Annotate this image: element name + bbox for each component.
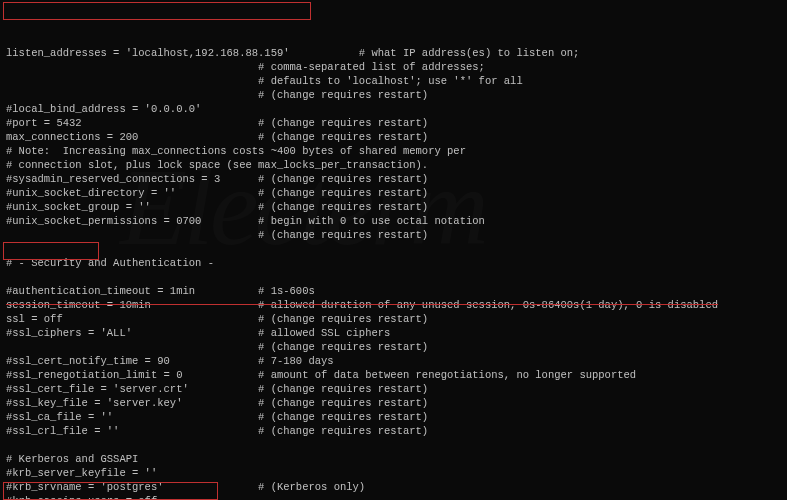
config-line[interactable]: #sysadmin_reserved_connections = 3 # (ch… (6, 172, 781, 186)
config-line[interactable]: #ssl_renegotiation_limit = 0 # amount of… (6, 368, 781, 382)
terminal-viewport[interactable]: Electerm listen_addresses = 'localhost,1… (0, 0, 787, 500)
config-line[interactable] (6, 242, 781, 256)
config-line[interactable]: # comma-separated list of addresses; (6, 60, 781, 74)
config-line[interactable]: #unix_socket_group = '' # (change requir… (6, 200, 781, 214)
config-line[interactable]: # (change requires restart) (6, 228, 781, 242)
config-line[interactable]: # defaults to 'localhost'; use '*' for a… (6, 74, 781, 88)
config-line[interactable]: #ssl_key_file = 'server.key' # (change r… (6, 396, 781, 410)
config-line[interactable]: #ssl_ciphers = 'ALL' # allowed SSL ciphe… (6, 326, 781, 340)
config-line[interactable]: # Kerberos and GSSAPI (6, 452, 781, 466)
config-line[interactable]: #ssl_cert_file = 'server.crt' # (change … (6, 382, 781, 396)
config-line[interactable]: # connection slot, plus lock space (see … (6, 158, 781, 172)
config-line[interactable]: #unix_socket_directory = '' # (change re… (6, 186, 781, 200)
config-line[interactable]: #krb_caseins_users = off (6, 494, 781, 500)
config-line[interactable]: session_timeout = 10min # allowed durati… (6, 298, 781, 312)
config-line[interactable]: # - Security and Authentication - (6, 256, 781, 270)
config-line[interactable]: #krb_server_keyfile = '' (6, 466, 781, 480)
highlight-box-listen-addresses (3, 2, 311, 20)
config-line[interactable]: max_connections = 200 # (change requires… (6, 130, 781, 144)
config-line[interactable]: #krb_srvname = 'postgres' # (Kerberos on… (6, 480, 781, 494)
config-line[interactable]: ssl = off # (change requires restart) (6, 312, 781, 326)
config-line[interactable] (6, 438, 781, 452)
config-line[interactable]: # (change requires restart) (6, 340, 781, 354)
config-line[interactable]: #authentication_timeout = 1min # 1s-600s (6, 284, 781, 298)
config-line[interactable]: #ssl_crl_file = '' # (change requires re… (6, 424, 781, 438)
config-line[interactable]: #port = 5432 # (change requires restart) (6, 116, 781, 130)
config-text-area[interactable]: listen_addresses = 'localhost,192.168.88… (6, 46, 781, 500)
config-line[interactable]: #ssl_ca_file = '' # (change requires res… (6, 410, 781, 424)
config-line[interactable]: #local_bind_address = '0.0.0.0' (6, 102, 781, 116)
config-line[interactable]: # Note: Increasing max_connections costs… (6, 144, 781, 158)
config-line[interactable]: # (change requires restart) (6, 88, 781, 102)
config-line[interactable]: #unix_socket_permissions = 0700 # begin … (6, 214, 781, 228)
config-line[interactable]: #ssl_cert_notify_time = 90 # 7-180 days (6, 354, 781, 368)
config-line[interactable]: listen_addresses = 'localhost,192.168.88… (6, 46, 781, 60)
config-line[interactable] (6, 270, 781, 284)
